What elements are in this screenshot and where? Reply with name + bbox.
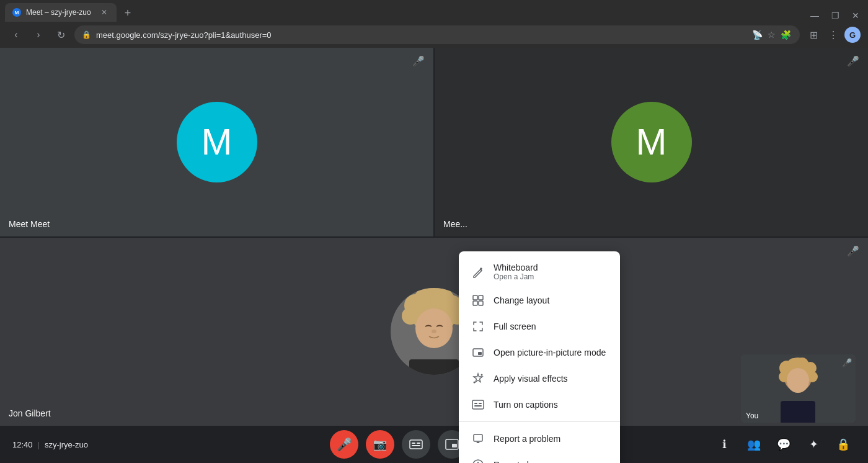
toolbar-right-buttons: ℹ 👥 💬 ✦ 🔒 [712,432,856,457]
meet-content: M 🎤 Meet Meet M 🎤 Mee... [0,48,868,463]
captions-menu-icon [471,398,485,411]
visual-effects-icon [471,372,485,385]
lock-button[interactable]: 🔒 [831,432,856,457]
svg-rect-30 [473,301,477,305]
participant-tile-jon-gilbert: 🎤 Jon Gilbert [0,238,868,426]
back-button[interactable]: ‹ [7,26,25,43]
context-menu: Whiteboard Open a Jam Change layout [459,251,620,463]
you-photo: 🎤 You [741,354,856,423]
menu-item-full-screen[interactable]: Full screen [459,313,620,339]
svg-rect-22 [410,440,422,449]
maximize-button[interactable]: ❐ [828,9,843,22]
profile-icon[interactable]: G [844,27,861,43]
pip-icon [445,439,459,450]
clock: 12:40 [12,440,33,449]
pip-mode-icon [471,346,485,359]
captions-button[interactable] [402,430,430,459]
whiteboard-icon [471,265,485,279]
pip-mode-label: Open picture-in-picture mode [494,348,606,357]
captions-menu-label: Turn on captions [494,400,558,410]
participant-tile-meet-meet: M 🎤 Meet Meet [0,48,433,236]
svg-point-35 [474,382,476,384]
tab-favicon: M [12,8,21,17]
report-problem-label: Report a problem [494,434,560,444]
captions-icon [409,439,423,449]
whiteboard-label: Whiteboard [494,263,538,272]
address-text: meet.google.com/szy-jrye-zuo?pli=1&authu… [96,30,272,40]
visual-effects-label: Apply visual effects [494,374,568,384]
bottom-toolbar: 12:40 | szy-jrye-zuo 🎤 📷 ⋮ [0,426,868,463]
svg-point-9 [432,330,436,333]
menu-button[interactable]: ⋮ [825,26,842,43]
lock-icon: 🔒 [82,30,91,39]
menu-item-captions[interactable]: Turn on captions [459,392,620,418]
people-button[interactable]: 👥 [742,432,766,457]
activities-button[interactable]: ✦ [801,432,826,457]
info-button[interactable]: ℹ [712,432,737,457]
forward-button[interactable]: › [30,26,47,43]
whiteboard-sub: Open a Jam [494,272,538,281]
avatar-meet-meet: M [177,102,257,182]
minimize-button[interactable]: — [807,9,823,22]
svg-rect-39 [474,405,482,407]
menu-item-report-abuse[interactable]: Report abuse [459,452,620,463]
chat-button[interactable]: 💬 [771,432,796,457]
extension-icon[interactable]: 🧩 [779,29,792,41]
tab-close-button[interactable]: ✕ [99,7,109,17]
participant-name-meet-meet: Meet Meet [9,219,50,229]
change-layout-label: Change layout [494,295,549,305]
time-info: 12:40 | szy-jrye-zuo [12,440,88,449]
extensions-button[interactable]: ⊞ [805,26,822,43]
menu-item-whiteboard[interactable]: Whiteboard Open a Jam [459,256,620,287]
report-abuse-icon [471,458,485,463]
menu-item-visual-effects[interactable]: Apply visual effects [459,366,620,392]
star-icon[interactable]: ☆ [766,29,777,41]
svg-rect-23 [412,443,415,444]
you-tile: 🎤 You [741,354,856,423]
tab-title: Meet – szy-jrye-zuo [26,8,91,17]
tab-bar: M Meet – szy-jrye-zuo ✕ + — ❐ ✕ [0,0,868,22]
video-grid: M 🎤 Meet Meet M 🎤 Mee... [0,48,868,426]
svg-rect-40 [474,434,482,441]
address-bar[interactable]: 🔒 meet.google.com/szy-jrye-zuo?pli=1&aut… [74,25,800,44]
meeting-id: szy-jrye-zuo [45,440,88,449]
mute-icon-top-right: 🎤 [847,55,859,67]
full-screen-icon [471,320,485,333]
you-mute-icon: 🎤 [842,358,852,367]
participant-tile-top-right: M 🎤 Mee... [435,48,868,236]
svg-rect-38 [479,403,482,404]
svg-rect-28 [473,295,477,300]
menu-item-report-problem[interactable]: Report a problem [459,426,620,452]
svg-rect-21 [781,401,815,423]
address-bar-row: ‹ › ↻ 🔒 meet.google.com/szy-jrye-zuo?pli… [0,22,868,48]
svg-point-34 [481,374,483,376]
reload-button[interactable]: ↻ [52,26,69,43]
window-controls: — ❐ ✕ [807,9,863,22]
svg-rect-36 [472,400,484,409]
browser-icons: ⊞ ⋮ G [805,26,861,43]
report-abuse-label: Report abuse [494,460,546,463]
svg-rect-33 [478,352,482,355]
whiteboard-text: Whiteboard Open a Jam [494,263,538,281]
active-tab[interactable]: M Meet – szy-jrye-zuo ✕ [5,3,117,22]
menu-item-pip[interactable]: Open picture-in-picture mode [459,339,620,366]
cast-icon[interactable]: 📡 [751,29,764,41]
menu-divider-1 [459,421,620,422]
svg-rect-37 [474,403,477,404]
new-tab-button[interactable]: + [119,4,136,22]
avatar-top-right: M [611,102,692,182]
change-layout-icon [471,294,485,307]
svg-point-20 [787,368,809,393]
participant-name-jon: Jon Gilbert [9,408,51,418]
mute-icon-top-left: 🎤 [412,55,425,67]
browser-frame: M Meet – szy-jrye-zuo ✕ + — ❐ ✕ ‹ › ↻ 🔒 … [0,0,868,463]
mic-button[interactable]: 🎤 [330,430,358,459]
menu-item-change-layout[interactable]: Change layout [459,287,620,313]
svg-point-8 [415,308,453,348]
svg-rect-25 [412,445,420,446]
you-label: You [746,411,758,420]
svg-rect-10 [409,359,459,375]
close-button[interactable]: ✕ [848,9,863,22]
camera-button[interactable]: 📷 [366,430,394,459]
address-bar-icons: 📡 ☆ 🧩 [751,29,792,41]
